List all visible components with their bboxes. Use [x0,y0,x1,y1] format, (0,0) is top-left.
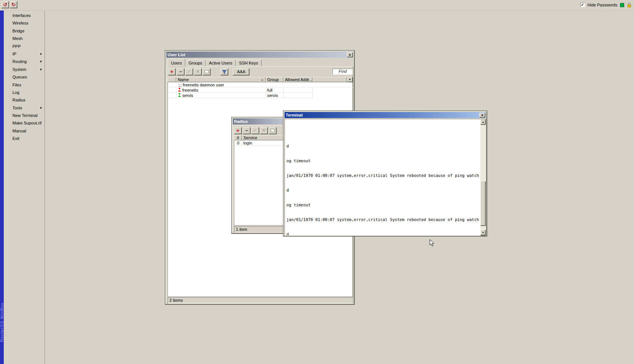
submenu-arrow-icon [40,53,42,55]
sidebar-item-queues[interactable]: Queues [4,73,45,81]
hide-passwords-label[interactable]: Hide Passwords [588,3,617,7]
radius-window: Radius + − ✓ ✕ # Service 0 login 1 item [231,117,292,234]
enable-button[interactable]: ✓ [185,68,193,75]
cross-icon: ✕ [196,69,200,74]
sidebar-item-radius[interactable]: Radius [4,96,45,104]
submenu-arrow-icon [40,107,42,109]
terminal-scrollbar[interactable]: ▲ ▼ [480,119,486,236]
disable-button[interactable]: ✕ [194,68,202,75]
comment-row[interactable]: ;;; freenetis daemon user [168,82,352,88]
table-row-freenetis[interactable]: freenetis full [168,88,352,93]
close-icon[interactable]: × [479,113,485,118]
sidebar-menu: Interfaces Wireless Bridge Mesh PPP IP R… [4,11,45,364]
remove-radius-button[interactable]: − [243,127,251,134]
topbar-right-cluster: ✓ Hide Passwords [580,2,632,8]
cross-icon: ✕ [262,128,266,133]
sort-ascending-icon [261,79,263,81]
sidebar-item-ip[interactable]: IP [4,50,45,58]
tab-ssh-keys[interactable]: SSH Keys [236,60,262,66]
status-bar: 1 item [234,226,290,232]
user-icon [178,88,181,93]
top-toolbar: ↺ ↻ ✓ Hide Passwords [0,0,634,11]
terminal-window: Terminal × d og timeout jan/01/1970 01:0… [283,111,487,237]
disable-button[interactable]: ✕ [260,127,268,134]
sidebar-item-wireless[interactable]: Wireless [4,19,45,27]
column-header-service[interactable]: Service [242,135,290,140]
add-user-button[interactable]: + [168,68,176,75]
checkmark-icon: ✓ [581,3,584,7]
aaa-button[interactable]: AAA [233,68,249,75]
terminal-titlebar[interactable]: Terminal × [285,112,486,118]
comment-icon [205,70,209,73]
sidebar-item-tools[interactable]: Tools [4,104,45,112]
window-title: User List [168,52,185,57]
redo-button[interactable]: ↻ [10,1,17,8]
sidebar-item-files[interactable]: Files [4,81,45,89]
scrollbar-thumb[interactable] [480,181,486,226]
sidebar-item-system[interactable]: System [4,66,45,73]
sidebar-item-new-terminal[interactable]: New Terminal [4,112,45,119]
check-icon: ✓ [188,69,191,74]
submenu-arrow-icon [40,68,42,71]
comment-button[interactable] [269,127,277,134]
chevron-up-icon: ▲ [482,121,485,123]
hide-passwords-checkbox[interactable]: ✓ [580,3,585,7]
column-header-name[interactable]: Name [176,77,266,82]
chevron-down-icon: ▼ [349,78,351,81]
sidebar-item-bridge[interactable]: Bridge [4,27,45,35]
sidebar-item-exit[interactable]: Exit [4,135,45,142]
find-input[interactable]: Find [332,69,353,75]
funnel-icon [222,70,227,74]
radius-table-body: 0 login [234,140,290,226]
column-dropdown-button[interactable]: ▼ [347,77,353,82]
column-header-allowed-address[interactable]: Allowed Addr... [283,77,312,82]
remove-user-button[interactable]: − [177,68,185,75]
radius-titlebar[interactable]: Radius [233,118,290,124]
undo-icon: ↺ [3,2,8,8]
sidebar-item-log[interactable]: Log [4,89,45,96]
filter-button[interactable] [220,68,228,75]
window-title: Radius [234,119,248,124]
tab-users[interactable]: Users [168,59,185,67]
status-bar: 2 items [168,297,353,303]
tab-groups[interactable]: Groups [185,60,206,66]
enable-button[interactable]: ✓ [251,127,259,134]
plus-icon: + [170,68,174,75]
terminal-screen[interactable]: d og timeout jan/01/1970 01:00:07 system… [285,119,480,236]
user-icon [178,93,181,98]
submenu-arrow-icon [40,60,42,63]
column-header-flags[interactable] [168,77,176,82]
scroll-down-button[interactable]: ▼ [480,230,486,235]
minus-icon: − [179,69,182,75]
table-row-servis[interactable]: servis servis [168,93,352,98]
sidebar-item-mesh[interactable]: Mesh [4,35,45,42]
table-row-login[interactable]: 0 login [234,140,289,146]
sidebar-item-ppp[interactable]: PPP [4,43,45,50]
comment-icon [271,129,275,132]
check-icon: ✓ [254,128,257,133]
sidebar-item-routing[interactable]: Routing [4,58,45,65]
column-header-filler [312,77,347,82]
window-title: Terminal [286,113,303,117]
status-square-icon [620,3,624,7]
undo-button[interactable]: ↺ [2,1,9,8]
close-icon[interactable]: × [347,52,353,57]
minus-icon: − [245,127,248,134]
user-list-tabs: Users Groups Active Users SSH Keys [168,58,262,66]
sidebar-item-manual[interactable]: Manual [4,127,45,135]
column-header-group[interactable]: Group [266,77,283,82]
lock-icon [627,2,632,8]
scroll-up-button[interactable]: ▲ [480,119,486,125]
tab-active-users[interactable]: Active Users [206,60,236,66]
mouse-cursor-icon [429,239,435,247]
comment-button[interactable] [203,68,211,75]
column-header-number[interactable]: # [234,135,242,140]
sidebar-item-make-supout[interactable]: Make Supout.rif [4,119,45,127]
user-list-titlebar[interactable]: User List × [166,52,353,58]
add-radius-button[interactable]: + [234,127,242,134]
plus-icon: + [236,127,240,134]
redo-icon: ↻ [12,2,16,8]
chevron-down-icon: ▼ [482,231,485,234]
sidebar-item-interfaces[interactable]: Interfaces [4,12,45,19]
